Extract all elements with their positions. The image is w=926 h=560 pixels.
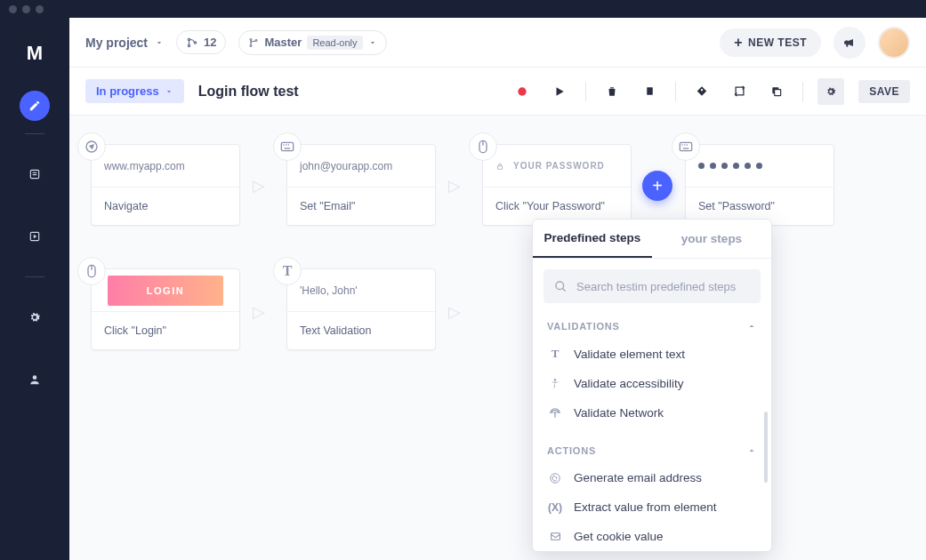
step-card-set-password[interactable]: Set "Password" [685, 144, 834, 226]
step-preview: YOUR PASSWORD [483, 145, 631, 188]
svg-point-34 [554, 379, 556, 380]
svg-rect-26 [681, 144, 682, 145]
tab-predefined-steps[interactable]: Predefined steps [533, 220, 652, 258]
svg-rect-25 [680, 142, 691, 150]
toolbar-separator [802, 82, 803, 101]
item-label: Extract value from element [574, 500, 717, 514]
step-card-set-email[interactable]: john@yourapp.com Set "Email" [286, 144, 436, 226]
svg-rect-12 [647, 87, 653, 95]
svg-point-10 [255, 39, 257, 41]
step-validate-accessibility[interactable]: Validate accessibility [533, 369, 771, 398]
login-button-preview: LOGIN [108, 276, 223, 306]
new-test-button[interactable]: + NEW TEST [720, 28, 821, 57]
step-card-navigate[interactable]: www.myapp.com Navigate [91, 144, 240, 226]
section-actions-header[interactable]: ACTIONS [533, 438, 771, 463]
merge-pill[interactable]: 12 [176, 30, 226, 54]
chevron-down-icon [165, 87, 173, 96]
svg-rect-13 [736, 87, 744, 95]
test-canvas: www.myapp.com Navigate ▷ john@yourapp.co… [69, 116, 926, 560]
svg-point-32 [556, 281, 564, 289]
popover-search[interactable]: Search testim predefined steps [544, 269, 761, 303]
status-label: In progress [96, 84, 159, 98]
password-placeholder-text: YOUR PASSWORD [513, 161, 605, 171]
svg-point-4 [33, 375, 37, 380]
settings-button[interactable] [817, 78, 844, 105]
step-preview: LOGIN [92, 269, 239, 312]
save-label: SAVE [869, 85, 899, 98]
step-validate-network[interactable]: Validate Network [533, 398, 771, 428]
compass-icon [85, 140, 99, 154]
step-type-icon: T [273, 257, 302, 285]
branch-status: Read-only [307, 36, 362, 50]
new-test-label: NEW TEST [748, 36, 807, 49]
step-validate-element-text[interactable]: T Validate element text [533, 339, 771, 369]
svg-rect-18 [283, 144, 284, 145]
project-dropdown[interactable]: My project [85, 36, 164, 50]
step-extract-value[interactable]: (X) Extract value from element [533, 492, 771, 522]
tab-your-steps[interactable]: your steps [652, 220, 771, 258]
save-button[interactable]: SAVE [858, 80, 910, 103]
step-type-icon [469, 132, 497, 161]
step-type-icon [77, 257, 106, 285]
sidebar-profile-button[interactable] [20, 364, 50, 395]
pencil-icon [28, 100, 41, 112]
branch-pill[interactable]: Master Read-only [238, 30, 386, 55]
extract-icon: (X) [547, 501, 563, 514]
svg-point-8 [250, 38, 252, 40]
toolbar-separator [585, 82, 586, 101]
chevron-up-icon [746, 445, 757, 456]
clipboard-button[interactable] [638, 80, 661, 103]
record-icon [515, 84, 529, 99]
section-validations-header[interactable]: VALIDATIONS [533, 314, 771, 339]
window-dot [9, 5, 17, 13]
tag-button[interactable] [690, 80, 713, 103]
app-sidebar: M [0, 18, 69, 560]
trash-icon [606, 85, 618, 98]
scrollbar[interactable] [764, 412, 768, 483]
sidebar-edit-button[interactable] [20, 91, 50, 121]
connector-icon: ▷ [448, 302, 461, 322]
step-card-text-validation[interactable]: T 'Hello, John' Text Validation [286, 268, 436, 350]
step-label: Click "Login" [92, 312, 239, 349]
user-avatar[interactable] [878, 27, 910, 59]
sidebar-suites-button[interactable] [20, 159, 50, 189]
merge-icon [186, 36, 198, 49]
sidebar-runs-button[interactable] [20, 221, 50, 252]
announce-button[interactable] [833, 27, 866, 59]
step-get-cookie[interactable]: Get cookie value [533, 522, 771, 551]
status-dropdown[interactable]: In progress [85, 79, 184, 103]
svg-rect-27 [684, 144, 685, 145]
copy-icon [770, 85, 783, 98]
svg-rect-15 [775, 89, 781, 95]
item-label: Validate Network [574, 406, 664, 420]
step-card-click-password[interactable]: YOUR PASSWORD Click "Your Password" [482, 144, 632, 226]
copy-button[interactable] [765, 80, 788, 103]
app-logo: M [17, 36, 52, 71]
sidebar-separator [25, 276, 44, 277]
gear-icon [28, 310, 42, 324]
step-generate-email[interactable]: Generate email address [533, 463, 771, 492]
window-titlebar [0, 0, 926, 18]
step-label: Navigate [92, 188, 239, 225]
item-label: Generate email address [574, 471, 702, 484]
chevron-down-icon [155, 38, 164, 47]
trash-button[interactable] [600, 80, 624, 103]
step-preview: www.myapp.com [92, 145, 239, 188]
step-preview [686, 145, 833, 188]
step-card-click-login[interactable]: LOGIN Click "Login" [91, 268, 240, 350]
network-icon [547, 407, 563, 420]
add-step-button[interactable]: + [642, 171, 672, 201]
item-label: Validate element text [574, 348, 685, 361]
svg-rect-29 [683, 148, 689, 148]
sidebar-settings-button[interactable] [20, 302, 50, 332]
chevron-up-icon [746, 321, 757, 332]
connector-icon: ▷ [253, 176, 265, 196]
repeat-button[interactable] [728, 80, 751, 103]
play-button[interactable] [548, 80, 571, 103]
svg-rect-19 [286, 144, 286, 145]
svg-point-11 [519, 87, 527, 95]
record-button[interactable] [511, 80, 534, 103]
window-dot [22, 5, 30, 13]
svg-point-5 [188, 38, 189, 40]
chevron-down-icon [368, 38, 377, 47]
